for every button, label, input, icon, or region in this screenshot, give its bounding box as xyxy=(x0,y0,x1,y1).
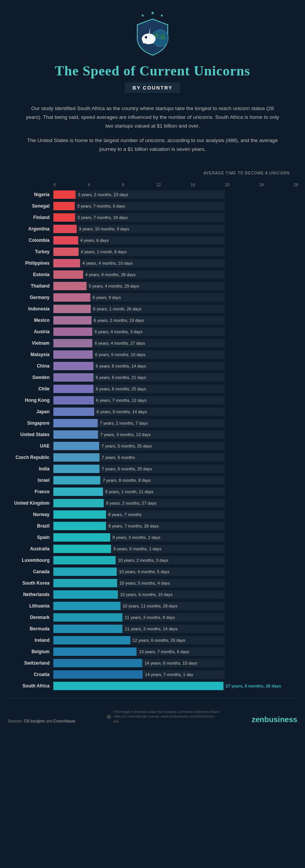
description-para2: The United States is home to the largest… xyxy=(23,136,282,154)
bar xyxy=(53,350,93,359)
bar-row: Estonia 4 years, 9 months, 28 days xyxy=(8,269,294,280)
bar xyxy=(53,522,106,530)
bar-label: 10 years, 4 months, 5 days xyxy=(119,569,169,574)
bar-label: 8 years, 7 months xyxy=(108,512,141,517)
bar xyxy=(53,396,94,404)
country-name: South Africa xyxy=(8,683,53,689)
country-name: Australia xyxy=(8,546,53,551)
axis-label: AVERAGE TIME TO BECOME A UNICORN xyxy=(204,171,290,175)
bar xyxy=(53,476,100,484)
bar-row: Singapore 7 years, 2 months, 7 days xyxy=(8,418,294,428)
bar-row: Canada 10 years, 4 months, 5 days xyxy=(8,566,294,577)
bar-container: 6 years, 1 month, 26 days xyxy=(53,305,225,313)
bar-container: 3 years, 2 months, 23 days xyxy=(53,190,225,199)
bar-container: 6 years, 5 months, 10 days xyxy=(53,350,225,359)
bar-row: Austria 6 years, 4 months, 3 days xyxy=(8,326,294,337)
chart-header: AVERAGE TIME TO BECOME A UNICORN xyxy=(8,171,294,175)
country-name: China xyxy=(8,363,53,369)
bar-row: Germany 6 years, 9 days xyxy=(8,292,294,303)
bar-row: Bermuda 11 years, 3 months, 14 days xyxy=(8,623,294,634)
subtitle-bar: BY COUNTRY xyxy=(125,82,180,93)
bar-row: Ireland 12 years, 6 months, 26 days xyxy=(8,635,294,646)
bar-container: 7 years, 6 months, 25 days xyxy=(53,465,225,473)
bar xyxy=(53,362,93,370)
country-name: United States xyxy=(8,432,53,437)
footer-sources: Sources: CB Insights and Crunchbase xyxy=(8,717,75,724)
bar xyxy=(53,385,93,393)
bar-container: 7 years, 2 months, 7 days xyxy=(53,419,225,427)
bar-label: 6 years, 9 days xyxy=(93,295,121,300)
bar-label: 11 years, 3 months, 8 days xyxy=(125,615,175,620)
svg-text:★: ★ xyxy=(160,13,164,18)
bar-label: 3 years, 2 months, 23 days xyxy=(78,192,128,197)
brand-logo: zenbusiness xyxy=(252,715,297,724)
country-name: Switzerland xyxy=(8,660,53,666)
bar-label: 8 years, 7 months, 28 days xyxy=(108,524,159,528)
bar-label: 4 years, 1 month, 8 days xyxy=(81,249,127,254)
bar-row: Israel 7 years, 8 months, 8 days xyxy=(8,475,294,486)
bar-row: Nigeria 3 years, 2 months, 23 days xyxy=(8,189,294,200)
bar-label: 27 years, 8 months, 28 days xyxy=(226,684,281,688)
bar-container: 6 years, 4 months, 27 days xyxy=(53,339,225,347)
country-name: Lithuania xyxy=(8,603,53,609)
bar-container: 9 years, 5 months, 1 days xyxy=(53,545,225,553)
bar-container: 8 years, 2 months, 27 days xyxy=(53,499,225,507)
bar-container: 4 years, 4 months, 10 days xyxy=(53,259,225,267)
bar-row: Malaysia 6 years, 5 months, 10 days xyxy=(8,349,294,360)
country-name: Philippines xyxy=(8,261,53,266)
bar-label: 8 years, 1 month, 11 days xyxy=(105,489,154,494)
bar-label: 8 years, 2 months, 27 days xyxy=(106,501,156,505)
country-name: France xyxy=(8,489,53,494)
bar-row: Denmark 11 years, 3 months, 8 days xyxy=(8,612,294,623)
bar-row: Luxembourg 10 years, 2 months, 3 days xyxy=(8,555,294,566)
main-title: The Speed of Current Unicorns xyxy=(8,63,297,79)
bar xyxy=(53,236,78,245)
bar-container: 8 years, 1 month, 11 days xyxy=(53,488,225,496)
bar xyxy=(53,556,116,564)
chart-section: AVERAGE TIME TO BECOME A UNICORN 0 4 8 1… xyxy=(0,167,305,696)
bar xyxy=(53,282,87,290)
bar xyxy=(53,442,99,450)
bar xyxy=(53,225,77,233)
bar-label: 7 years, 2 months, 7 days xyxy=(100,421,148,425)
bar-row: Indonesia 6 years, 1 month, 26 days xyxy=(8,304,294,314)
country-name: Croatia xyxy=(8,672,53,677)
country-name: Vietnam xyxy=(8,340,53,346)
country-name: Norway xyxy=(8,512,53,517)
bar-row: UAE 7 years, 5 months, 25 days xyxy=(8,441,294,451)
bar-row: Norway 8 years, 7 months xyxy=(8,509,294,520)
bar xyxy=(53,270,83,279)
bar xyxy=(53,465,100,473)
bar-row: Mexico 6 years, 2 months, 19 days xyxy=(8,315,294,326)
bar-label: 6 years, 5 months, 10 days xyxy=(95,352,145,357)
bar-container: 6 years, 6 months, 14 days xyxy=(53,362,225,370)
bar-row: Chile 6 years, 6 months, 25 days xyxy=(8,384,294,394)
bar-row: Czech Republic 7 years, 6 months xyxy=(8,452,294,463)
bar-label: 10 years, 11 months, 28 days xyxy=(123,604,178,608)
bar-container: 3 years, 10 months, 9 days xyxy=(53,225,225,233)
logo-shield: ★ ★ ★ xyxy=(130,11,175,57)
bar-container: 10 years, 4 months, 5 days xyxy=(53,567,225,576)
bar-label: 6 years, 8 months, 14 days xyxy=(96,409,147,414)
country-name: Spain xyxy=(8,535,53,540)
country-name: Mexico xyxy=(8,318,53,323)
bar-container: 10 years, 2 months, 3 days xyxy=(53,556,225,564)
country-name: Argentina xyxy=(8,226,53,232)
bar xyxy=(53,419,98,427)
country-name: Denmark xyxy=(8,615,53,620)
country-name: Luxembourg xyxy=(8,558,53,563)
bar xyxy=(53,190,75,199)
bar-row: India 7 years, 6 months, 25 days xyxy=(8,464,294,474)
svg-point-9 xyxy=(145,36,147,38)
bar xyxy=(53,659,142,667)
bar-container: 14 years, 7 months, 1 day xyxy=(53,670,225,679)
bar-container: 11 years, 3 months, 8 days xyxy=(53,613,225,622)
page-wrapper: ★ ★ ★ xyxy=(0,0,305,739)
bar-label: 6 years, 2 months, 19 days xyxy=(94,318,144,323)
bar xyxy=(53,579,117,587)
bar-label: 10 years, 2 months, 3 days xyxy=(118,558,168,563)
bar-row: Colombia 4 years, 6 days xyxy=(8,235,294,246)
bar-label: 6 years, 1 month, 26 days xyxy=(93,307,141,311)
brand-name: zenbusiness xyxy=(252,715,297,724)
bar-label: 6 years, 6 months, 25 days xyxy=(96,387,146,391)
